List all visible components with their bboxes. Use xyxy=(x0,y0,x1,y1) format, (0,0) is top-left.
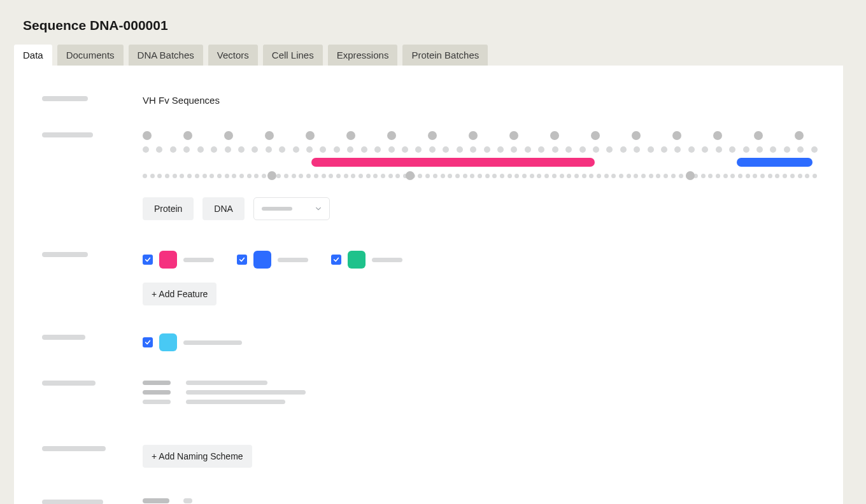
feature-item xyxy=(237,251,308,269)
info-key-placeholder xyxy=(143,381,171,385)
tab-documents[interactable]: Documents xyxy=(57,45,124,66)
section-heading: VH Fv Sequences xyxy=(143,95,818,106)
feature-list xyxy=(143,251,818,269)
info-line xyxy=(143,390,818,395)
select-value-placeholder xyxy=(262,207,292,211)
tab-expressions[interactable]: Expressions xyxy=(328,45,398,66)
feature-checkbox[interactable] xyxy=(237,255,247,265)
color-swatch-cyan[interactable] xyxy=(159,333,177,351)
marker-icon xyxy=(267,171,276,180)
sequence-residue-row xyxy=(143,146,818,153)
option-name-placeholder xyxy=(183,340,242,345)
data-panel: VH Fv Sequences xyxy=(14,66,843,504)
feature-track xyxy=(143,158,818,167)
tab-data[interactable]: Data xyxy=(14,45,52,66)
sequence-select[interactable] xyxy=(253,197,330,220)
page-title: Sequence DNA-000001 xyxy=(23,18,843,33)
sequence-marker-row xyxy=(143,131,818,140)
tab-dna-batches[interactable]: DNA Batches xyxy=(129,45,203,66)
feature-name-placeholder xyxy=(372,258,402,262)
feature-region-blue[interactable] xyxy=(737,158,813,167)
add-naming-scheme-button[interactable]: + Add Naming Scheme xyxy=(143,445,252,468)
dna-toggle-button[interactable]: DNA xyxy=(202,197,245,220)
tabs: Data Documents DNA Batches Vectors Cell … xyxy=(14,45,843,66)
sequence-viewer[interactable] xyxy=(143,131,818,179)
info-value-placeholder xyxy=(186,381,267,385)
feature-name-placeholder xyxy=(278,258,308,262)
feature-region-pink[interactable] xyxy=(311,158,595,167)
tab-vectors[interactable]: Vectors xyxy=(208,45,258,66)
feature-checkbox[interactable] xyxy=(143,255,153,265)
field-label-placeholder xyxy=(42,96,88,101)
protein-toggle-button[interactable]: Protein xyxy=(143,197,194,220)
info-lines xyxy=(143,381,818,404)
info-line xyxy=(143,381,818,385)
option-checkbox[interactable] xyxy=(143,337,153,347)
field-label-placeholder xyxy=(42,500,103,504)
color-swatch-pink[interactable] xyxy=(159,251,177,269)
small-key-placeholder xyxy=(143,498,169,503)
color-swatch-green[interactable] xyxy=(348,251,366,269)
info-key-placeholder xyxy=(143,400,171,404)
field-label-placeholder xyxy=(42,335,85,340)
sequence-residue-row-2 xyxy=(143,173,818,179)
color-swatch-blue[interactable] xyxy=(253,251,271,269)
field-label-placeholder xyxy=(42,381,96,386)
field-label-placeholder xyxy=(42,252,88,257)
info-key-placeholder xyxy=(143,390,171,395)
add-feature-button[interactable]: + Add Feature xyxy=(143,283,216,305)
feature-item xyxy=(331,251,402,269)
marker-icon xyxy=(686,171,695,180)
feature-checkbox[interactable] xyxy=(331,255,341,265)
tab-protein-batches[interactable]: Protein Batches xyxy=(402,45,488,66)
small-value-placeholder xyxy=(183,498,192,503)
chevron-down-icon xyxy=(315,206,322,212)
feature-item xyxy=(143,251,214,269)
info-value-placeholder xyxy=(186,390,306,395)
info-line xyxy=(143,400,818,404)
marker-icon xyxy=(406,171,415,180)
feature-name-placeholder xyxy=(183,258,214,262)
option-item xyxy=(143,333,818,351)
field-label-placeholder xyxy=(42,446,106,451)
tab-cell-lines[interactable]: Cell Lines xyxy=(263,45,323,66)
info-value-placeholder xyxy=(186,400,285,404)
field-label-placeholder xyxy=(42,132,93,137)
